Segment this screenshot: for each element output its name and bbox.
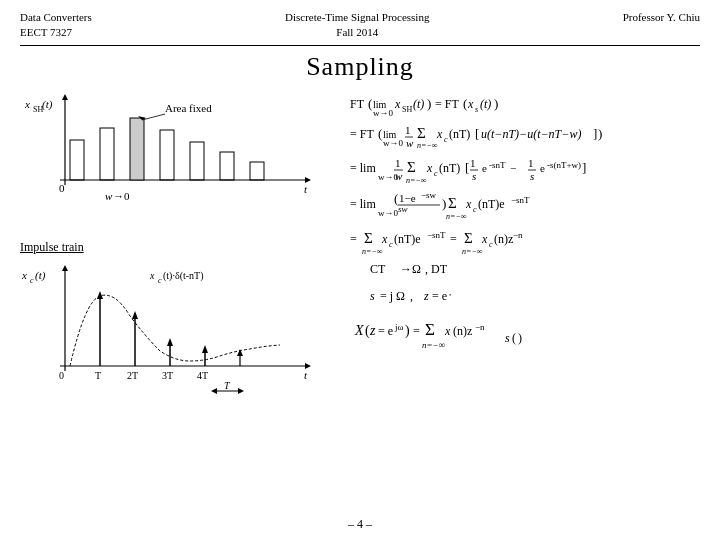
svg-text:(t): (t) [413,97,424,111]
svg-text:(n)z: (n)z [494,232,513,246]
svg-text:): ) [427,96,431,111]
svg-rect-12 [190,142,204,180]
svg-text:-s(nT+w): -s(nT+w) [547,160,581,170]
svg-text:x: x [444,324,451,338]
svg-text:c: c [158,276,162,285]
svg-text:): ) [405,323,410,339]
svg-text:0: 0 [59,370,64,381]
svg-text:1: 1 [528,157,534,169]
svg-text:= FT: = FT [350,127,374,141]
svg-text:n=−∞: n=−∞ [462,247,483,256]
svg-rect-11 [160,130,174,180]
top-graph-svg: x SH (t) 0 [20,90,320,220]
svg-text:= lim: = lim [350,161,376,175]
svg-text:n=−∞: n=−∞ [446,212,467,221]
svg-text:x: x [426,161,433,175]
svg-rect-10 [130,118,144,180]
impulse-train-label: Impulse train [20,240,340,255]
svg-text:(: ( [378,126,382,141]
svg-text:1−e: 1−e [399,192,416,204]
svg-text:= e: = e [432,289,447,303]
svg-text:→0: →0 [113,190,130,202]
svg-text:−snT: −snT [511,195,530,205]
equations-svg: FT ( lim w→0 x SH (t) ) = FT ( x s (t) )… [350,90,720,530]
svg-text:SH: SH [402,105,412,114]
svg-text:T: T [95,370,101,381]
svg-text:w→0: w→0 [378,208,398,218]
svg-text:(t)·δ(t-nT): (t)·δ(t-nT) [163,270,204,282]
professor-name: Professor Y. Chiu [623,10,700,25]
svg-text:(t): (t) [42,98,53,111]
svg-text:Σ: Σ [425,320,435,339]
svg-rect-14 [250,162,264,180]
svg-text:x: x [149,270,155,281]
svg-text:(nT): (nT) [439,161,460,175]
svg-text:): ) [494,96,498,111]
svg-text:Σ: Σ [417,125,426,141]
svg-text:(nT)e: (nT)e [478,197,505,211]
header: Data Converters EECT 7327 Discrete-Time … [20,10,700,46]
svg-text:−sw: −sw [421,190,437,200]
svg-text:t: t [304,369,308,381]
svg-text:c: c [389,240,393,249]
svg-text:0: 0 [59,182,65,194]
svg-text:−n: −n [513,230,523,240]
svg-text:): ) [518,331,522,345]
svg-text:(t): (t) [480,97,491,111]
svg-text:x: x [436,127,443,141]
svg-text:): ) [442,196,446,211]
svg-text:,  DT: , DT [425,262,448,276]
svg-text:T: T [224,380,231,391]
svg-text:s: s [472,170,476,182]
svg-text:(: ( [512,331,516,345]
svg-text:= j: = j [380,289,393,303]
svg-text:(: ( [463,96,467,111]
svg-text:n=−∞: n=−∞ [417,141,438,150]
svg-text:(: ( [368,96,372,111]
content-area: x SH (t) 0 [20,90,700,530]
svg-text:s: s [505,331,510,345]
page-title: Sampling [20,52,700,82]
svg-text:x: x [465,197,472,211]
svg-text:e: e [482,162,487,174]
svg-line-16 [142,114,165,120]
header-center: Discrete-Time Signal Processing Fall 201… [285,10,429,41]
svg-text:=: = [413,324,420,338]
svg-text:]: ] [593,126,597,141]
svg-text:c: c [444,135,448,144]
svg-marker-39 [202,345,208,353]
svg-text:(nT): (nT) [449,127,470,141]
svg-text:4T: 4T [197,370,208,381]
svg-marker-41 [237,349,243,356]
svg-text:sw: sw [398,204,408,214]
svg-text:s: s [475,105,478,114]
bottom-graph-svg: x c (t) x c (t)·δ(t-nT) 0 [20,261,320,416]
svg-text:w: w [406,137,414,149]
svg-text:s: s [530,170,534,182]
svg-text:c: c [434,169,438,178]
svg-text:n=−∞: n=−∞ [422,340,445,350]
svg-text:x: x [24,98,30,110]
svg-text:c: c [473,205,477,214]
svg-text:w→0: w→0 [383,138,403,148]
svg-text:,: , [410,289,413,303]
svg-text:n=−∞: n=−∞ [362,247,383,256]
svg-text:=: = [450,232,457,246]
svg-text:Σ: Σ [364,230,373,246]
svg-text:= e: = e [378,324,393,338]
svg-marker-37 [167,338,173,346]
svg-marker-6 [62,94,68,100]
right-panel: FT ( lim w→0 x SH (t) ) = FT ( x s (t) )… [340,90,720,530]
svg-text:Σ: Σ [464,230,473,246]
svg-text:Σ: Σ [407,159,416,175]
svg-text:2T: 2T [127,370,138,381]
svg-text:s: s [370,289,375,303]
course-name: Data Converters [20,10,92,25]
graph-top: x SH (t) 0 [20,90,340,230]
svg-text:jω: jω [394,322,404,332]
svg-text:n=−∞: n=−∞ [406,176,427,185]
svg-text:z: z [423,289,429,303]
page-number: – 4 – [0,517,720,532]
svg-text:−n: −n [475,322,485,332]
svg-text:c: c [30,276,34,285]
